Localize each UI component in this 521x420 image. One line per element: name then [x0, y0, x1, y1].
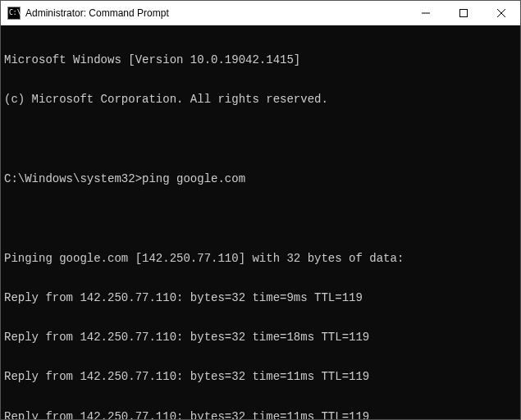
pinging-line: Pinging google.com [142.250.77.110] with…: [4, 252, 517, 265]
cmd-icon: C:\: [7, 7, 21, 20]
reply-line: Reply from 142.250.77.110: bytes=32 time…: [4, 410, 517, 419]
titlebar[interactable]: C:\ Administrator: Command Prompt: [1, 1, 520, 25]
reply-line: Reply from 142.250.77.110: bytes=32 time…: [4, 291, 517, 304]
window-title: Administrator: Command Prompt: [25, 7, 407, 19]
svg-rect-4: [460, 9, 468, 16]
command-prompt-window: C:\ Administrator: Command Prompt Micros…: [0, 0, 521, 420]
blank-line: [4, 133, 517, 146]
prompt-line-1: C:\Windows\system32>ping google.com: [4, 172, 517, 185]
svg-text:C:\: C:\: [9, 9, 21, 16]
close-button[interactable]: [482, 1, 520, 25]
reply-line: Reply from 142.250.77.110: bytes=32 time…: [4, 331, 517, 344]
maximize-button[interactable]: [445, 1, 482, 25]
typed-command: ping google.com: [142, 172, 245, 185]
copyright-line: (c) Microsoft Corporation. All rights re…: [4, 93, 517, 106]
blank-line: [4, 212, 517, 225]
terminal-output[interactable]: Microsoft Windows [Version 10.0.19042.14…: [1, 25, 520, 419]
prompt-prefix: C:\Windows\system32>: [4, 172, 142, 185]
version-line: Microsoft Windows [Version 10.0.19042.14…: [4, 53, 517, 66]
window-controls: [407, 1, 520, 25]
reply-line: Reply from 142.250.77.110: bytes=32 time…: [4, 370, 517, 383]
minimize-button[interactable]: [407, 1, 445, 25]
